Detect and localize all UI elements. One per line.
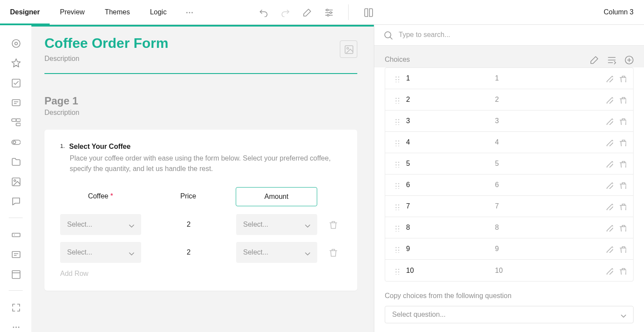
edit-choice-icon[interactable] xyxy=(605,245,613,253)
drag-handle-icon[interactable] xyxy=(392,160,400,168)
drag-handle-icon[interactable] xyxy=(392,74,400,82)
drag-handle-icon[interactable] xyxy=(392,138,400,146)
tab-logic[interactable]: Logic xyxy=(140,0,176,25)
panel-icon[interactable] xyxy=(10,269,21,279)
redo-icon[interactable] xyxy=(280,7,290,17)
tab-themes[interactable]: Themes xyxy=(95,0,140,25)
copy-choices-select[interactable]: Select question... xyxy=(385,306,634,323)
choice-value[interactable]: 5 xyxy=(406,160,489,168)
search-input[interactable] xyxy=(399,31,635,39)
more-tabs-button[interactable] xyxy=(176,0,202,25)
edit-choice-icon[interactable] xyxy=(605,181,613,189)
edit-choice-icon[interactable] xyxy=(605,224,613,231)
undo-icon[interactable] xyxy=(258,7,268,17)
delete-choice-icon[interactable] xyxy=(618,224,626,231)
delete-row-icon[interactable] xyxy=(324,220,342,229)
drag-handle-icon[interactable] xyxy=(392,202,400,210)
dropdown-icon[interactable] xyxy=(10,97,21,107)
add-row-button[interactable]: Add Row xyxy=(60,270,342,278)
clear-choices-icon[interactable] xyxy=(589,55,599,64)
tab-preview[interactable]: Preview xyxy=(50,0,95,25)
question-card[interactable]: 1. Select Your Coffee Place your coffee … xyxy=(44,130,357,291)
edit-choice-icon[interactable] xyxy=(605,117,613,125)
edit-choice-icon[interactable] xyxy=(605,96,613,104)
choice-text[interactable]: 9 xyxy=(495,245,599,253)
multi-text-icon[interactable] xyxy=(10,249,21,259)
choice-value[interactable]: 4 xyxy=(406,138,489,146)
choice-text[interactable]: 10 xyxy=(495,267,599,275)
amount-select[interactable]: Select... xyxy=(236,214,317,235)
amount-select[interactable]: Select... xyxy=(236,242,317,263)
image-icon[interactable] xyxy=(10,176,21,186)
delete-row-icon[interactable] xyxy=(324,248,342,257)
coffee-select[interactable]: Select... xyxy=(60,214,141,235)
choice-row: 77 xyxy=(385,196,633,217)
rating-icon[interactable] xyxy=(10,57,21,67)
coffee-select[interactable]: Select... xyxy=(60,242,141,263)
delete-choice-icon[interactable] xyxy=(618,160,626,168)
drag-handle-icon[interactable] xyxy=(392,96,400,104)
choice-text[interactable]: 4 xyxy=(495,138,599,146)
drag-handle-icon[interactable] xyxy=(392,117,400,125)
radio-group-icon[interactable] xyxy=(10,38,21,48)
drag-handle-icon[interactable] xyxy=(392,181,400,189)
edit-choice-icon[interactable] xyxy=(605,160,613,168)
checkbox-icon[interactable] xyxy=(10,77,21,87)
logo-placeholder[interactable] xyxy=(340,40,357,58)
comment-icon[interactable] xyxy=(10,196,21,206)
survey-description[interactable]: Description xyxy=(44,55,357,63)
choice-value[interactable]: 1 xyxy=(406,74,489,82)
drag-handle-icon[interactable] xyxy=(392,224,400,231)
column-header-price[interactable]: Price xyxy=(148,187,228,206)
delete-choice-icon[interactable] xyxy=(618,74,626,82)
delete-choice-icon[interactable] xyxy=(618,245,626,253)
choice-text[interactable]: 3 xyxy=(495,117,599,125)
edit-choice-icon[interactable] xyxy=(605,267,613,275)
choice-value[interactable]: 2 xyxy=(406,96,489,104)
choice-text[interactable]: 1 xyxy=(495,74,599,82)
choice-row: 33 xyxy=(385,111,633,132)
delete-choice-icon[interactable] xyxy=(618,117,626,125)
delete-choice-icon[interactable] xyxy=(618,202,626,210)
choice-value[interactable]: 6 xyxy=(406,181,489,189)
delete-choice-icon[interactable] xyxy=(618,96,626,104)
edit-choice-icon[interactable] xyxy=(605,138,613,146)
boolean-icon[interactable] xyxy=(10,137,21,147)
choice-text[interactable]: 2 xyxy=(495,96,599,104)
edit-choice-icon[interactable] xyxy=(605,202,613,210)
tagbox-icon[interactable] xyxy=(10,117,21,127)
choice-value[interactable]: 10 xyxy=(406,267,489,275)
page-description[interactable]: Description xyxy=(44,109,357,117)
question-title[interactable]: Select Your Coffee xyxy=(69,143,131,151)
delete-choice-icon[interactable] xyxy=(618,138,626,146)
survey-title[interactable]: Coffee Order Form xyxy=(44,35,357,51)
translations-icon[interactable] xyxy=(363,7,373,17)
clear-icon[interactable] xyxy=(302,7,312,17)
choice-text[interactable]: 5 xyxy=(495,160,599,168)
column-header-coffee[interactable]: Coffee xyxy=(60,187,141,206)
fast-entry-icon[interactable] xyxy=(607,55,616,64)
delete-choice-icon[interactable] xyxy=(618,181,626,189)
tab-designer[interactable]: Designer xyxy=(0,0,50,25)
survey-header[interactable]: Coffee Order Form Description xyxy=(44,35,357,74)
drag-handle-icon[interactable] xyxy=(392,267,400,275)
drag-handle-icon[interactable] xyxy=(392,245,400,253)
choice-value[interactable]: 7 xyxy=(406,202,489,210)
choice-text[interactable]: 8 xyxy=(495,224,599,231)
add-choice-icon[interactable] xyxy=(624,55,634,64)
more-icon[interactable] xyxy=(10,322,21,332)
file-icon[interactable] xyxy=(10,157,21,167)
question-description[interactable]: Place your coffee order with ease using … xyxy=(70,153,342,174)
single-input-icon[interactable] xyxy=(10,229,21,239)
expand-icon[interactable] xyxy=(10,302,21,312)
choice-value[interactable]: 9 xyxy=(406,245,489,253)
delete-choice-icon[interactable] xyxy=(618,267,626,275)
column-header-amount[interactable]: Amount xyxy=(236,187,317,206)
choice-value[interactable]: 3 xyxy=(406,117,489,125)
page-title[interactable]: Page 1 xyxy=(44,95,357,107)
settings-icon[interactable] xyxy=(324,7,333,17)
choice-text[interactable]: 6 xyxy=(495,181,599,189)
choice-value[interactable]: 8 xyxy=(406,224,489,231)
choice-text[interactable]: 7 xyxy=(495,202,599,210)
edit-choice-icon[interactable] xyxy=(605,74,613,82)
